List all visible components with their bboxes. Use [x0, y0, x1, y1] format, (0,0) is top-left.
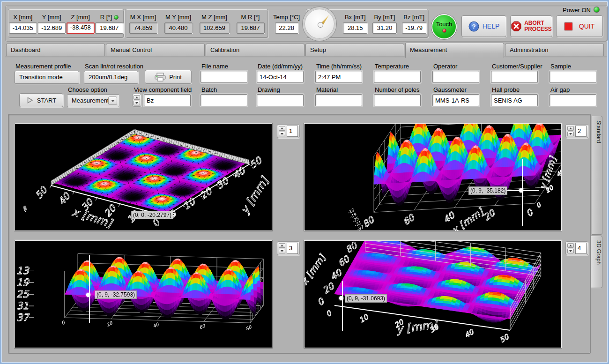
file-name-label: File name [201, 63, 228, 70]
help-icon: ? [468, 21, 479, 32]
view-component-down-icon[interactable] [134, 101, 140, 105]
readout-z-value: -38.458 [67, 22, 95, 34]
graph-3-selector-value[interactable]: 3 [287, 243, 298, 254]
tab-setup[interactable]: Setup [305, 44, 404, 57]
time-input[interactable] [315, 71, 362, 83]
touch-button[interactable]: Touch [431, 14, 457, 39]
date-label: Date (dd/mm/yy) [258, 63, 303, 70]
graph-1-selector-up-icon[interactable] [279, 126, 285, 131]
graph-3-cursor-tooltip: (0, 9, -32.7593) [95, 290, 137, 299]
graph-4-canvas[interactable] [304, 241, 561, 348]
readout-mr: M R [°] 19.687 [237, 14, 265, 34]
file-name-input[interactable] [201, 71, 247, 83]
graph-4-cursor-vline [342, 281, 343, 331]
abort-process-button[interactable]: ABORTPROCESS [510, 15, 552, 37]
print-button[interactable]: Print [145, 70, 192, 84]
position-readouts-panel: X [mm] -14.035 Y [mm] -12.689 Z [mm] -38… [8, 9, 124, 38]
graph-1-cursor-tooltip: (0, 0, -20.2797) [131, 211, 173, 219]
batch-input[interactable] [201, 94, 247, 106]
quit-stop-icon [564, 22, 572, 30]
sample-input[interactable] [550, 71, 596, 83]
graph-3-canvas[interactable] [15, 241, 272, 348]
quit-button[interactable]: QUIT [556, 15, 603, 37]
readout-temp-value: 22.28 [275, 22, 298, 34]
play-icon [26, 97, 34, 104]
readout-r-value: 19.687 [95, 22, 123, 34]
graph-1-selector-value[interactable]: 1 [287, 126, 298, 137]
side-tab-3d-graph[interactable]: 3D Graph [591, 236, 602, 288]
help-button[interactable]: ? HELP [461, 15, 506, 37]
graph-1-selector-down-icon[interactable] [279, 132, 285, 136]
readout-mr-label: M R [°] [241, 14, 260, 21]
readout-temp: Temp [°C] 22.28 [273, 14, 300, 34]
graph-2-selector-up-icon[interactable] [567, 126, 574, 131]
operator-input[interactable] [432, 71, 479, 83]
readout-z: Z [mm] -38.458 [67, 14, 95, 34]
graph-2-cursor-marker[interactable] [519, 188, 523, 193]
customer-supplier-input[interactable] [491, 71, 538, 83]
graph-4-selector-value[interactable]: 4 [575, 243, 587, 254]
abort-button-label: ABORTPROCESS [524, 20, 552, 32]
view-component-up-icon[interactable] [134, 95, 140, 100]
tab-calibration[interactable]: Calibration [206, 44, 304, 57]
help-button-label: HELP [483, 22, 500, 30]
graph-1-selector: 1 [277, 124, 300, 138]
graph-4-cursor-marker[interactable] [339, 296, 343, 300]
hall-probe-input[interactable] [491, 94, 538, 106]
readout-z-label: Z [mm] [71, 14, 90, 21]
temperature-input[interactable] [374, 71, 421, 83]
readout-x: X [mm] -14.035 [9, 14, 37, 34]
air-gap-input[interactable] [550, 94, 596, 106]
gaussmeter-label: Gaussmeter [433, 86, 467, 93]
date-input[interactable] [257, 71, 304, 83]
graph-4-selector-up-icon[interactable] [567, 243, 574, 248]
readout-x-value: -14.035 [9, 22, 37, 34]
material-input[interactable] [315, 94, 362, 106]
tabstrip-baseline [5, 56, 607, 57]
drawing-input[interactable] [257, 94, 304, 106]
print-button-label: Print [169, 74, 182, 81]
choose-option-combo[interactable]: Measurement [67, 94, 119, 107]
scan-resolution-box[interactable]: 200um/0.1deg [84, 71, 138, 84]
readout-temp-label: Temp [°C] [273, 14, 300, 21]
readout-by: By [mT] 31.20 [372, 14, 397, 34]
graph-2-selector: 2 [565, 124, 588, 138]
measurement-profile-box[interactable]: Transition mode [15, 71, 79, 84]
readout-bx-label: Bx [mT] [345, 14, 366, 21]
graph-2-selector-down-icon[interactable] [567, 132, 574, 136]
readout-my: M Y [mm] 40.480 [164, 14, 193, 34]
readout-mz: M Z [mm] 102.659 [200, 14, 230, 34]
readout-by-value: 31.20 [372, 22, 397, 34]
readout-mr-value: 19.687 [237, 22, 265, 34]
tab-manual-control[interactable]: Manual Control [106, 44, 205, 57]
analog-gauge [303, 7, 336, 41]
r-status-led-icon [114, 15, 119, 20]
readout-my-label: M Y [mm] [165, 14, 191, 21]
printer-icon [155, 73, 166, 82]
number-of-poles-label: Number of poles [375, 86, 419, 93]
graph-3-selector-down-icon[interactable] [279, 249, 285, 253]
tab-measurement[interactable]: Measurement [405, 43, 504, 58]
readout-mx-value: 74.859 [129, 22, 157, 34]
readout-r: R [°] 19.687 [95, 14, 123, 34]
combo-dropdown-icon[interactable] [108, 97, 117, 105]
touch-led-icon [442, 29, 446, 33]
readout-y: Y [mm] -12.689 [37, 14, 66, 34]
quit-button-label: QUIT [579, 22, 594, 30]
start-button[interactable]: START [19, 93, 63, 107]
graph-4-selector: 4 [565, 241, 588, 255]
abort-icon [511, 21, 522, 32]
graph-3-cursor-vline [89, 255, 90, 323]
side-tab-standard[interactable]: Standard [592, 116, 602, 235]
gaussmeter-input[interactable] [432, 94, 479, 106]
view-component-input[interactable] [144, 94, 191, 106]
batch-label: Batch [201, 86, 217, 93]
graph-3-selector-up-icon[interactable] [279, 243, 285, 248]
tab-dashboard[interactable]: Dashboard [6, 44, 105, 57]
number-of-poles-input[interactable] [374, 94, 421, 106]
tab-administration[interactable]: Administration [505, 44, 604, 57]
operator-label: Operator [433, 63, 457, 70]
graph-3-cursor-marker[interactable] [86, 293, 90, 297]
graph-4-selector-down-icon[interactable] [567, 249, 574, 253]
graph-2-selector-value[interactable]: 2 [575, 126, 587, 137]
